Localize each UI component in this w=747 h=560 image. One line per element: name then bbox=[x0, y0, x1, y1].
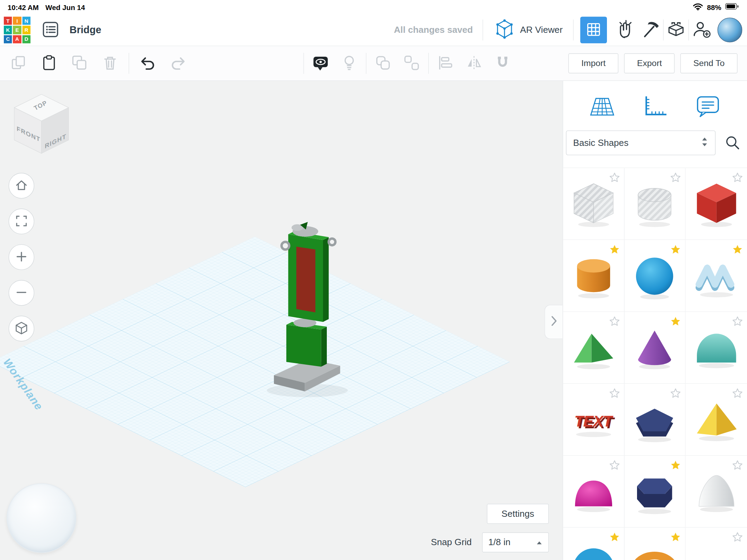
settings-button[interactable]: Settings bbox=[487, 504, 549, 524]
send-to-button[interactable]: Send To bbox=[681, 53, 738, 73]
lightbulb-icon bbox=[341, 54, 358, 73]
star-outline-icon[interactable] bbox=[670, 388, 681, 399]
star-outline-icon[interactable] bbox=[609, 172, 620, 183]
workplane-tool-button[interactable] bbox=[587, 91, 617, 122]
viewport-canvas[interactable]: Workplane bbox=[0, 81, 563, 560]
notes-tool-button[interactable] bbox=[693, 91, 723, 122]
logo-tile: N bbox=[22, 17, 30, 25]
group-button[interactable] bbox=[371, 52, 395, 75]
star-filled-icon[interactable] bbox=[609, 244, 620, 255]
star-filled-icon[interactable] bbox=[670, 459, 681, 471]
star-filled-icon[interactable] bbox=[670, 316, 681, 327]
redo-button[interactable] bbox=[166, 52, 190, 75]
minecraft-export-button[interactable] bbox=[638, 17, 663, 43]
brick-export-button[interactable] bbox=[664, 17, 689, 43]
tips-button[interactable] bbox=[337, 52, 361, 75]
star-filled-icon[interactable] bbox=[670, 531, 681, 543]
chevron-right-icon bbox=[550, 315, 557, 329]
ungroup-button[interactable] bbox=[400, 52, 424, 75]
select-chevrons-icon bbox=[701, 136, 708, 150]
star-outline-icon[interactable] bbox=[732, 388, 743, 399]
tinkercad-logo[interactable]: TINKERCAD bbox=[4, 17, 30, 43]
star-filled-icon[interactable] bbox=[670, 244, 681, 255]
snap-magnet-button[interactable] bbox=[491, 52, 515, 75]
tinkercad-app: 10:42 AM Wed Jun 14 88% TINKERCAD Bridge… bbox=[0, 0, 747, 560]
logo-tile: C bbox=[4, 35, 12, 43]
ruler-tool-button[interactable] bbox=[640, 91, 670, 122]
delete-button[interactable] bbox=[98, 52, 122, 75]
shapes-panel-toggle-button[interactable] bbox=[580, 17, 607, 43]
star-filled-icon[interactable] bbox=[732, 244, 743, 255]
zoom-in-button[interactable] bbox=[9, 244, 34, 270]
copy-button[interactable] bbox=[7, 52, 30, 75]
duplicate-button[interactable] bbox=[68, 52, 92, 75]
shape-partial-orange[interactable] bbox=[624, 528, 685, 560]
panel-collapse-handle[interactable] bbox=[545, 305, 563, 339]
shape-partial-blue[interactable] bbox=[563, 528, 624, 560]
shape-sphere[interactable] bbox=[624, 240, 685, 312]
shape-cylinder[interactable] bbox=[563, 240, 624, 312]
model-bridge[interactable] bbox=[267, 222, 348, 397]
divider bbox=[428, 53, 428, 74]
add-collaborator-button[interactable] bbox=[689, 17, 714, 43]
star-outline-icon[interactable] bbox=[609, 316, 620, 327]
logo-tile: E bbox=[13, 26, 21, 34]
star-outline-icon[interactable] bbox=[670, 172, 681, 183]
zoom-out-button[interactable] bbox=[9, 280, 34, 306]
shape-text[interactable]: TEXTTEXT bbox=[563, 384, 624, 456]
shape-box-hole[interactable] bbox=[563, 168, 624, 240]
snap-grid-dropdown[interactable]: 1/8 in bbox=[482, 532, 549, 552]
orbit-joystick[interactable] bbox=[7, 483, 76, 553]
ar-viewer-button[interactable]: AR Viewer bbox=[483, 18, 573, 42]
shape-scribble[interactable] bbox=[686, 240, 747, 312]
perspective-toggle-button[interactable] bbox=[9, 316, 34, 341]
star-outline-icon[interactable] bbox=[732, 531, 743, 543]
show-all-button[interactable] bbox=[309, 52, 333, 75]
design-menu-button[interactable] bbox=[38, 17, 63, 43]
shapes-panel: Basic Shapes TEXTTEXT bbox=[563, 81, 747, 560]
shapes-grid: TEXTTEXT bbox=[563, 168, 747, 560]
perspective-cube-icon bbox=[14, 320, 29, 337]
home-view-button[interactable] bbox=[9, 173, 34, 198]
star-filled-icon[interactable] bbox=[609, 531, 620, 543]
shape-category-select[interactable]: Basic Shapes bbox=[566, 130, 716, 155]
undo-icon bbox=[139, 54, 156, 73]
app-header: TINKERCAD Bridge All changes saved AR Vi… bbox=[0, 14, 747, 46]
shape-pyramid[interactable] bbox=[686, 384, 747, 456]
shape-half-sphere[interactable] bbox=[686, 456, 747, 528]
shape-box[interactable] bbox=[686, 168, 747, 240]
fit-view-button[interactable] bbox=[9, 208, 34, 234]
shape-polygon[interactable] bbox=[624, 384, 685, 456]
align-button[interactable] bbox=[434, 52, 458, 75]
save-status: All changes saved bbox=[394, 25, 473, 35]
workplane-scene: Workplane bbox=[0, 81, 563, 560]
star-outline-icon[interactable] bbox=[732, 172, 743, 183]
logo-tile: I bbox=[13, 17, 21, 25]
show-all-eye-icon bbox=[312, 54, 330, 73]
shape-partial-empty[interactable] bbox=[686, 528, 747, 560]
star-outline-icon[interactable] bbox=[609, 459, 620, 471]
import-button[interactable]: Import bbox=[569, 53, 619, 73]
design-title[interactable]: Bridge bbox=[70, 24, 101, 36]
search-shapes-button[interactable] bbox=[720, 130, 744, 155]
view-cube[interactable]: TOP FRONT RIGHT bbox=[10, 91, 72, 160]
export-button[interactable]: Export bbox=[624, 53, 675, 73]
grid-icon bbox=[586, 22, 601, 38]
star-outline-icon[interactable] bbox=[732, 459, 743, 471]
ruler-icon bbox=[641, 94, 669, 119]
shape-roof[interactable] bbox=[563, 312, 624, 384]
shape-cylinder-hole[interactable] bbox=[624, 168, 685, 240]
star-outline-icon[interactable] bbox=[732, 316, 743, 327]
star-outline-icon[interactable] bbox=[609, 388, 620, 399]
brick-icon bbox=[666, 19, 686, 41]
undo-button[interactable] bbox=[136, 52, 160, 75]
shape-cone[interactable] bbox=[624, 312, 685, 384]
paste-button[interactable] bbox=[37, 52, 61, 75]
shape-paraboloid[interactable] bbox=[563, 456, 624, 528]
shape-hexagonal-prism[interactable] bbox=[624, 456, 685, 528]
mirror-button[interactable] bbox=[462, 52, 486, 75]
divider bbox=[366, 53, 366, 74]
gesture-help-button[interactable] bbox=[614, 17, 638, 43]
shape-round-roof[interactable] bbox=[686, 312, 747, 384]
profile-avatar[interactable] bbox=[718, 18, 743, 43]
